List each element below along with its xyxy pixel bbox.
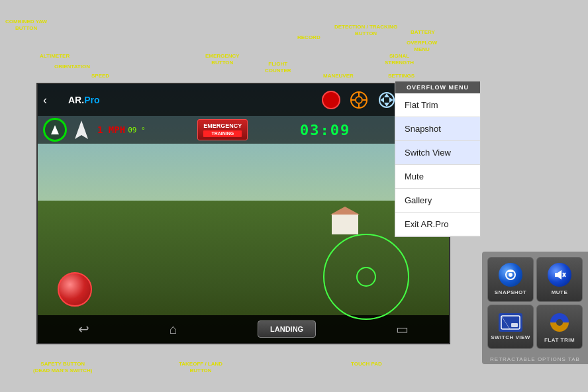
record-button[interactable]: [321, 90, 341, 110]
flat-trim-option-button[interactable]: FLAT TRIM: [536, 305, 583, 350]
switch-view-icon: [499, 313, 522, 332]
svg-point-15: [509, 273, 513, 277]
svg-rect-16: [508, 270, 513, 272]
detection-tracking-button[interactable]: [349, 90, 369, 110]
svg-marker-9: [380, 97, 384, 103]
overflow-item-mute[interactable]: Mute: [395, 165, 480, 189]
altitude-display: 09 °: [128, 126, 146, 134]
options-grid: SNAPSHOT MUTE SWITCH VIEW: [482, 252, 588, 354]
overflow-item-gallery[interactable]: Gallery: [395, 189, 480, 213]
label-detection: DETECTION / TRACKINGBUTTON: [334, 24, 397, 36]
label-takeoff-land: TAKEOFF / LANDBUTTON: [179, 361, 222, 373]
label-flight-counter: FLIGHTCOUNTER: [265, 61, 291, 74]
recents-nav-button[interactable]: ▭: [396, 321, 409, 337]
label-battery: BATTERY: [411, 29, 435, 36]
touch-pad-center: [356, 267, 376, 287]
hud-top-bar: ‹ AR.Pro: [38, 84, 449, 116]
svg-marker-13: [75, 121, 88, 139]
overflow-item-snapshot[interactable]: Snapshot: [395, 117, 480, 141]
label-touch-pad: TOUCH PAD: [351, 361, 382, 368]
back-nav-button[interactable]: ↩: [78, 321, 89, 337]
svg-marker-7: [384, 93, 389, 97]
mute-option-button[interactable]: MUTE: [536, 257, 583, 302]
svg-marker-8: [384, 103, 389, 107]
label-orientation: ORIENTATION: [54, 64, 90, 70]
label-altimeter: ALTIMETER: [40, 53, 70, 60]
back-button[interactable]: ‹: [43, 93, 47, 107]
overflow-item-exit[interactable]: Exit AR.Pro: [395, 213, 480, 236]
svg-point-23: [556, 319, 563, 326]
building: [332, 215, 358, 234]
overflow-item-flat-trim[interactable]: Flat Trim: [395, 93, 480, 117]
flat-trim-label: FLAT TRIM: [544, 337, 575, 343]
svg-marker-17: [555, 270, 562, 279]
touch-pad[interactable]: [323, 234, 409, 320]
maneuver-button[interactable]: [377, 90, 397, 110]
label-overflow-menu: OVERFLOWMENU: [407, 40, 437, 52]
snapshot-option-button[interactable]: SNAPSHOT: [487, 257, 534, 302]
combined-yaw-button[interactable]: [43, 118, 67, 142]
hud-status-bar: 1 MPH 09 ° EMERGENCY TRAINING 03:09: [38, 116, 449, 144]
label-maneuver: MANEUVER: [323, 73, 354, 79]
safety-button[interactable]: [58, 272, 92, 307]
label-signal-strength: SIGNALSTRENGTH: [385, 53, 414, 66]
orientation-indicator: [70, 118, 93, 142]
flight-counter: 03:09: [300, 122, 350, 138]
switch-view-option-button[interactable]: SWITCH VIEW: [487, 305, 534, 350]
takeoff-land-button[interactable]: LANDING: [258, 320, 316, 338]
overflow-menu-panel: OVERFLOW MENU Flat Trim Snapshot Switch …: [395, 81, 481, 237]
app-logo: AR.Pro: [68, 95, 99, 105]
hud-bottom-bar: ↩ ⌂ LANDING ▭: [38, 315, 449, 343]
mute-label: MUTE: [552, 289, 568, 295]
svg-marker-10: [389, 97, 393, 103]
label-emergency: EMERGENCYBUTTON: [205, 53, 240, 66]
svg-line-22: [501, 316, 510, 329]
home-nav-button[interactable]: ⌂: [170, 322, 177, 337]
switch-view-label: SWITCH VIEW: [491, 334, 530, 340]
options-panel-label: RETRACTABLE OPTIONS TAB: [482, 354, 588, 364]
label-settings: SETTINGS: [388, 73, 415, 79]
emergency-button[interactable]: EMERGENCY TRAINING: [197, 119, 248, 140]
label-speed: SPEED: [91, 73, 109, 79]
label-combined-yaw: COMBINED YAWBUTTON: [5, 19, 47, 31]
svg-point-1: [356, 97, 362, 103]
label-record: RECORD: [297, 34, 320, 41]
snapshot-icon: [499, 263, 522, 287]
overflow-item-switch-view[interactable]: Switch View: [395, 141, 480, 165]
drone-screen: ‹ AR.Pro: [36, 83, 450, 344]
snapshot-label: SNAPSHOT: [495, 289, 526, 295]
overflow-menu-title: OVERFLOW MENU: [395, 81, 480, 93]
flat-trim-icon: [548, 311, 571, 334]
options-panel: SNAPSHOT MUTE SWITCH VIEW: [482, 252, 588, 364]
mute-icon: [548, 263, 571, 287]
speed-display: 1 MPH: [97, 124, 125, 135]
svg-rect-21: [511, 323, 518, 327]
label-safety-button: SAFETY BUTTON(DEAD MAN'S SWITCH): [33, 361, 92, 373]
